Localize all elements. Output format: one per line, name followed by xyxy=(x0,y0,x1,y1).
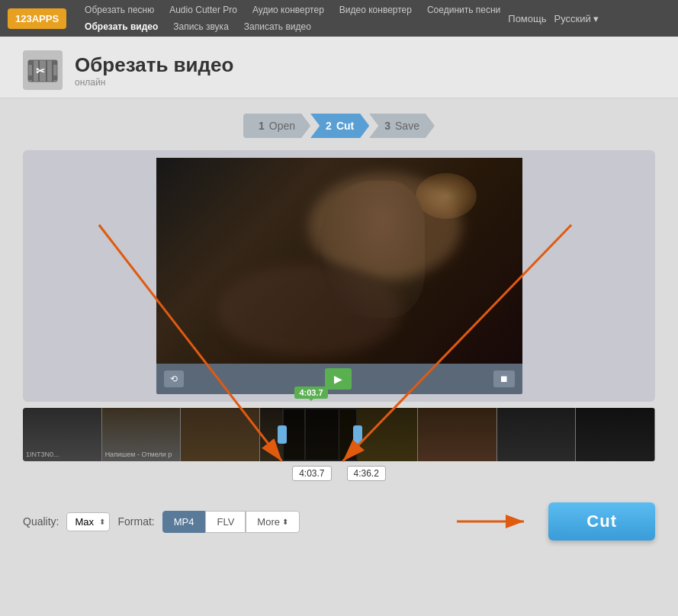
quality-format-section: Quality: Max Format: MP4 FLV More ⬍ xyxy=(23,511,300,533)
logo-button[interactable]: 123APPS xyxy=(8,8,66,29)
bottom-bar: Quality: Max Format: MP4 FLV More ⬍ xyxy=(23,493,655,544)
step-3-label: Save xyxy=(395,120,419,132)
timeline-thumb-1: 1INT3N0... xyxy=(23,408,102,461)
nav-merge-songs[interactable]: Соединить песни xyxy=(419,2,508,18)
nav-row-2: Обрезать видео Запись звука Записать вид… xyxy=(77,18,508,35)
thumb-text-2: Напишем - Отмели р xyxy=(105,451,172,458)
step-save[interactable]: 3 Save xyxy=(369,114,435,138)
timeline-thumb-4 xyxy=(260,408,339,461)
nav-record-audio[interactable]: Запись звука xyxy=(165,18,236,35)
timeline-wrapper: 4:03.7 1INT3N0... Напишем - Отмели р xyxy=(23,408,655,481)
nav-language-selector[interactable]: Русский ▾ xyxy=(554,13,599,24)
stop-button[interactable]: ⏹ xyxy=(493,371,515,387)
nav-audio-converter[interactable]: Аудио конвертер xyxy=(245,2,332,18)
timeline-handle-right[interactable] xyxy=(353,425,362,444)
nav-video-converter[interactable]: Видео конвертер xyxy=(332,2,419,18)
page-subtitle: онлайн xyxy=(75,77,233,88)
timeline-thumb-5 xyxy=(339,408,419,461)
chevron-up-down-icon: ⬍ xyxy=(282,518,288,526)
nav-record-video[interactable]: Записать видео xyxy=(236,18,319,35)
format-more-button[interactable]: More ⬍ xyxy=(246,511,300,533)
format-label: Format: xyxy=(117,515,154,528)
thumb-text-1: 1INT3N0... xyxy=(26,451,59,458)
page-icon: ✂ xyxy=(23,50,63,90)
svg-text:✂: ✂ xyxy=(36,65,45,77)
svg-rect-7 xyxy=(28,75,33,80)
page-title-block: Обрезать видео онлайн xyxy=(75,53,233,88)
cut-arrow-icon xyxy=(457,506,533,537)
start-time-display[interactable]: 4:03.7 xyxy=(292,466,331,481)
format-buttons: MP4 FLV More ⬍ xyxy=(162,511,300,533)
timeline-thumb-7 xyxy=(497,408,577,461)
play-icon: ▶ xyxy=(334,373,342,385)
cut-button[interactable]: Cut xyxy=(548,502,655,541)
step-3-number: 3 xyxy=(384,120,390,132)
video-display[interactable] xyxy=(156,158,522,364)
timeline-thumb-2: Напишем - Отмели р xyxy=(102,408,182,461)
timeline-thumb-3 xyxy=(181,408,260,461)
nav-links: Обрезать песню Audio Cutter Pro Аудио ко… xyxy=(77,2,508,35)
workflow-stepper: 1 Open 2 Cut 3 Save xyxy=(23,114,655,138)
svg-rect-5 xyxy=(28,60,33,65)
svg-rect-6 xyxy=(53,60,57,65)
timeline-thumb-8 xyxy=(576,408,655,461)
step-2-number: 2 xyxy=(326,120,332,132)
quality-select-wrapper: Max xyxy=(66,512,110,531)
video-controls-bar: ⟲ ▶ ⏹ xyxy=(156,364,522,394)
step-open[interactable]: 1 Open xyxy=(243,114,310,138)
timeline-timestamps: 4:03.7 4:36.2 xyxy=(23,466,655,481)
format-flv-button[interactable]: FLV xyxy=(205,511,246,533)
play-button[interactable]: ▶ xyxy=(325,368,352,390)
quality-label: Quality: xyxy=(23,515,59,528)
svg-rect-12 xyxy=(156,158,522,364)
nav-audio-cutter-pro[interactable]: Audio Cutter Pro xyxy=(162,2,245,18)
rewind-button[interactable]: ⟲ xyxy=(164,371,184,387)
format-more-label: More xyxy=(257,516,280,528)
timeline-handle-left[interactable] xyxy=(278,425,287,444)
quality-select[interactable]: Max xyxy=(66,512,110,531)
main-content: 1 Open 2 Cut 3 Save xyxy=(0,98,678,616)
page-title: Обрезать видео xyxy=(75,53,233,77)
rewind-icon: ⟲ xyxy=(170,374,178,384)
video-texture-overlay xyxy=(156,158,522,364)
timeline-thumb-6 xyxy=(418,408,497,461)
top-navigation: 123APPS Обрезать песню Audio Cutter Pro … xyxy=(0,0,678,37)
step-2-label: Cut xyxy=(336,120,354,132)
chevron-down-icon: ▾ xyxy=(593,13,599,24)
cut-section: Cut xyxy=(457,502,655,541)
step-1-number: 1 xyxy=(259,120,265,132)
nav-trim-video[interactable]: Обрезать видео xyxy=(77,18,165,35)
page-header: ✂ Обрезать видео онлайн xyxy=(0,37,678,98)
video-trim-icon: ✂ xyxy=(27,54,59,86)
nav-trim-song[interactable]: Обрезать песню xyxy=(77,2,162,18)
player-container: ⟲ ▶ ⏹ xyxy=(23,150,655,402)
nav-right-section: Помощь Русский ▾ xyxy=(508,13,598,24)
step-1-label: Open xyxy=(269,120,295,132)
stop-icon: ⏹ xyxy=(500,374,509,384)
current-time-label: 4:03.7 xyxy=(294,387,327,399)
nav-help-link[interactable]: Помощь xyxy=(508,13,546,24)
format-mp4-button[interactable]: MP4 xyxy=(162,511,206,533)
video-frame-content xyxy=(156,158,522,364)
svg-rect-8 xyxy=(53,75,57,80)
step-cut[interactable]: 2 Cut xyxy=(310,114,369,138)
end-time-display[interactable]: 4:36.2 xyxy=(347,466,386,481)
timeline-strip[interactable]: 1INT3N0... Напишем - Отмели р xyxy=(23,408,655,461)
nav-row-1: Обрезать песню Audio Cutter Pro Аудио ко… xyxy=(77,2,508,18)
